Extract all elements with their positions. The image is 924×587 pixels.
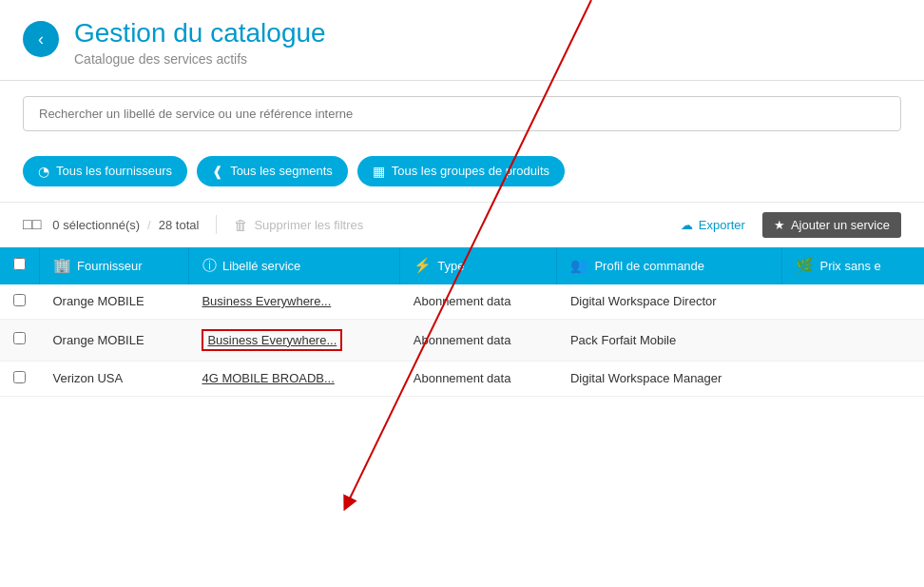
row3-fournisseur: Verizon USA [40,361,189,396]
back-arrow-icon: ‹ [38,30,44,48]
filter-groupes-button[interactable]: ▦ Tous les groupes de produits [357,156,565,186]
total-count: 28 total [159,218,200,232]
col-type-label: Type [437,259,464,273]
services-table: 🏢 Fournisseur ⓘ Libellé service ⚡ [0,247,924,397]
table-row: Verizon USA 4G MOBILE BROADB... Abonneme… [0,361,924,396]
col-fournisseur: 🏢 Fournisseur [40,247,189,284]
selected-count: 0 sélectionné(s) [52,218,140,232]
table-header-row: 🏢 Fournisseur ⓘ Libellé service ⚡ [0,247,924,284]
delete-filters-button: 🗑 Supprimer les filtres [234,217,363,233]
col-libelle: ⓘ Libellé service [188,247,399,284]
col-profil: 👥 Profil de commande [557,247,782,284]
col-libelle-label: Libellé service [222,259,300,273]
delete-filters-label: Supprimer les filtres [254,218,363,232]
export-icon: ☁ [681,218,693,232]
type-col-icon: ⚡ [414,257,432,274]
row3-prix [782,361,924,396]
row2-libelle: Business Everywhere... [188,319,399,361]
row2-checkbox-cell [0,319,40,361]
segments-icon: ❰ [212,164,223,179]
export-button[interactable]: ☁ Exporter [681,218,745,232]
row1-checkbox-cell [0,284,40,320]
table-row: Orange MOBILE Business Everywhere... Abo… [0,319,924,361]
row2-profil: Pack Forfait Mobile [557,319,782,361]
col-profil-label: Profil de commande [594,259,704,273]
page-container: ‹ Gestion du catalogue Catalogue des ser… [0,0,924,587]
add-service-button[interactable]: ★ Ajouter un service [762,212,901,238]
fournisseur-col-icon: 🏢 [53,257,71,274]
search-section [0,81,924,147]
search-input[interactable] [23,96,901,131]
col-type: ⚡ Type [400,247,557,284]
toolbar-right: ☁ Exporter ★ Ajouter un service [681,212,901,238]
filter-fournisseurs-button[interactable]: ◔ Tous les fournisseurs [23,156,187,186]
filters-section: ◔ Tous les fournisseurs ❰ Tous les segme… [0,147,924,202]
row1-libelle-link[interactable]: Business Everywhere... [202,294,331,308]
row3-libelle: 4G MOBILE BROADB... [188,361,399,396]
toolbar-divider [216,215,217,234]
add-service-icon: ★ [774,218,785,232]
row3-libelle-link[interactable]: 4G MOBILE BROADB... [202,371,334,385]
prix-col-icon: 🌿 [796,257,814,274]
table-row: Orange MOBILE Business Everywhere... Abo… [0,284,924,320]
col-fournisseur-label: Fournisseur [77,259,143,273]
filter-segments-button[interactable]: ❰ Tous les segments [197,156,348,186]
profil-col-icon: 👥 [570,257,588,274]
row3-checkbox-cell [0,361,40,396]
fournisseurs-icon: ◔ [38,164,49,179]
filter-fournisseurs-label: Tous les fournisseurs [56,164,172,178]
row1-checkbox[interactable] [13,294,26,306]
select-all-checkbox[interactable] [13,258,26,270]
row2-checkbox[interactable] [13,332,26,344]
row2-prix [782,319,924,361]
row3-type: Abonnement data [400,361,557,396]
export-label: Exporter [699,218,745,232]
filter-groupes-label: Tous les groupes de produits [392,164,549,178]
groupes-icon: ▦ [373,164,385,179]
add-service-label: Ajouter un service [791,218,890,232]
header-text: Gestion du catalogue Catalogue des servi… [74,17,326,67]
row1-prix [782,284,924,320]
row2-fournisseur: Orange MOBILE [40,319,189,361]
row3-checkbox[interactable] [13,371,26,383]
table-container: 🏢 Fournisseur ⓘ Libellé service ⚡ [0,247,924,397]
row1-fournisseur: Orange MOBILE [40,284,189,320]
trash-icon: 🗑 [234,217,248,233]
row1-profil: Digital Workspace Director [557,284,782,320]
toolbar: □□ 0 sélectionné(s) / 28 total 🗑 Supprim… [0,202,924,247]
col-prix-label: Prix sans e [819,259,880,273]
row1-type: Abonnement data [400,284,557,320]
page-subtitle: Catalogue des services actifs [74,51,326,67]
header: ‹ Gestion du catalogue Catalogue des ser… [0,0,924,81]
row3-profil: Digital Workspace Manager [557,361,782,396]
filter-segments-label: Tous les segments [230,164,333,178]
libelle-col-icon: ⓘ [202,257,217,275]
back-button[interactable]: ‹ [23,21,59,57]
toolbar-separator: / [147,218,151,232]
page-title: Gestion du catalogue [74,17,326,49]
grid-view-icon[interactable]: □□ [23,216,41,233]
row2-type: Abonnement data [400,319,557,361]
row1-libelle: Business Everywhere... [188,284,399,320]
col-prix: 🌿 Prix sans e [782,247,924,284]
col-checkbox [0,247,40,284]
row2-libelle-link[interactable]: Business Everywhere... [202,329,342,351]
